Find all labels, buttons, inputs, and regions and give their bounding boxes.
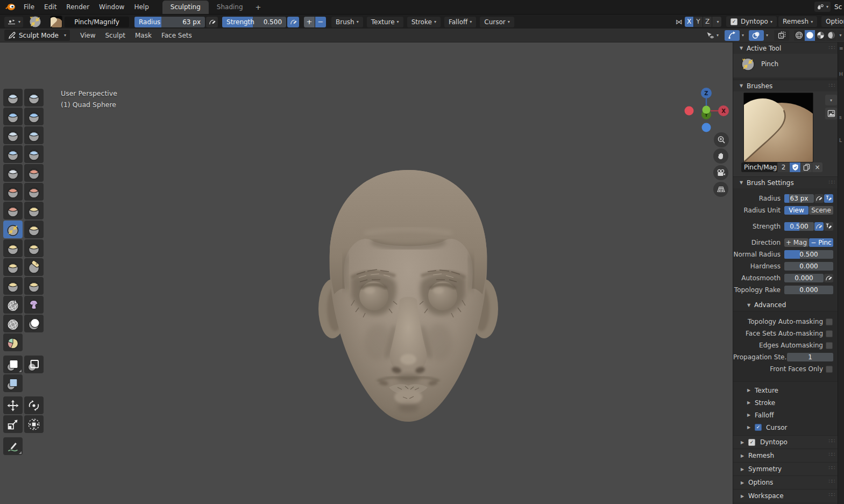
gizmo-x-neg-axis[interactable]	[685, 107, 694, 116]
direction-pinch-button[interactable]: − Pinc	[809, 238, 833, 247]
brush-select-dropdown[interactable]: ▾	[825, 95, 837, 105]
stroke-dropdown[interactable]: Stroke▾	[407, 17, 441, 27]
tool-mask[interactable]	[24, 315, 44, 332]
camera-view-button[interactable]	[713, 165, 728, 180]
menu-render[interactable]: Render	[61, 1, 94, 13]
viewport-menu-face-sets[interactable]: Face Sets	[157, 30, 197, 41]
brush-name-input[interactable]: Pinch/Mag...	[741, 162, 777, 172]
3d-viewport[interactable]: User Perspective (1) Quad Sphere	[0, 42, 733, 504]
tool-smooth[interactable]	[24, 164, 44, 182]
viewport-menu-mask[interactable]: Mask	[130, 30, 157, 41]
tool-scale[interactable]	[3, 415, 23, 433]
subpanel-cursor[interactable]: ▶✓Cursor	[733, 421, 838, 434]
zoom-view-button[interactable]	[714, 132, 729, 147]
dyntopo-checkbox[interactable]: ✓	[748, 439, 755, 446]
active-tool-panel-header[interactable]: ▼ Active Tool ∷∷	[733, 42, 838, 54]
menu-help[interactable]: Help	[129, 1, 153, 13]
panel-grip[interactable]: ∷∷	[828, 451, 834, 457]
unlink-brush-button[interactable]: ×	[812, 162, 822, 172]
tool-inflate[interactable]	[3, 145, 23, 163]
workspace-tab-sculpting[interactable]: Sculpting	[162, 1, 209, 14]
brush-dropdown[interactable]: Brush▾	[331, 17, 363, 27]
face-sets-auto-masking-checkbox[interactable]	[826, 330, 833, 337]
subpanel-texture[interactable]: ▶Texture	[733, 384, 838, 396]
tool-nudge[interactable]	[3, 277, 23, 295]
fake-user-button[interactable]	[790, 162, 800, 172]
mirror-z-button[interactable]: Z	[703, 17, 712, 27]
material-shading-button[interactable]	[815, 30, 826, 41]
tool-box-hide[interactable]	[24, 356, 44, 373]
pan-view-button[interactable]	[713, 148, 728, 164]
tool-transform[interactable]	[24, 415, 44, 433]
tool-clay-strips[interactable]	[24, 108, 44, 125]
strength-slider[interactable]: 0.500	[784, 222, 814, 231]
tool-cloth[interactable]	[24, 296, 44, 314]
workspace-tab-shading[interactable]: Shading	[209, 1, 251, 14]
menu-edit[interactable]: Edit	[39, 1, 61, 13]
object-visibility-dropdown[interactable]: ▾	[704, 30, 720, 41]
direction-subtract-button[interactable]: −	[315, 17, 326, 27]
gizmo-z-neg-axis[interactable]	[702, 123, 711, 132]
panel-remesh[interactable]: ▶Remesh∷∷	[733, 449, 838, 462]
cursor-dropdown[interactable]: Cursor▾	[480, 17, 514, 27]
add-workspace-button[interactable]: +	[251, 1, 266, 13]
shading-dropdown[interactable]: ▾	[837, 30, 844, 41]
menu-window[interactable]: Window	[94, 1, 129, 13]
navigation-gizmo[interactable]: Z X Y	[679, 83, 733, 137]
xray-toggle[interactable]	[774, 30, 789, 41]
tool-clay[interactable]	[3, 108, 23, 125]
strength-slider[interactable]: Strength 0.500	[222, 17, 286, 27]
scene-dropdown[interactable]: ▾	[814, 2, 831, 12]
perspective-toggle-button[interactable]	[713, 182, 728, 197]
scene-selector[interactable]: ▾ Sc	[814, 2, 842, 12]
tool-draw-sharp[interactable]	[24, 89, 44, 107]
panel-grip[interactable]: ∷∷	[828, 492, 834, 498]
tool-box-face-set[interactable]	[3, 374, 23, 392]
brush-thumbnail[interactable]	[50, 16, 62, 28]
sculpted-head-model[interactable]	[314, 165, 503, 426]
remesh-dropdown[interactable]: Remesh ▾	[778, 16, 817, 27]
direction-magnify-button[interactable]: + Mag	[784, 238, 808, 247]
radius-pressure-button[interactable]	[206, 17, 218, 27]
brushes-panel-header[interactable]: ▼ Brushes ∷∷	[733, 80, 838, 91]
tool-crease[interactable]	[3, 164, 23, 182]
tool-clay-thumb[interactable]	[3, 126, 23, 144]
tool-grab[interactable]	[24, 221, 44, 238]
radius-slider[interactable]: 63 px	[784, 194, 814, 203]
panel-options[interactable]: ▶Options∷∷	[733, 475, 838, 489]
options-dropdown[interactable]: Options ▾	[821, 16, 844, 27]
tool-multi-plane-scrape[interactable]	[24, 202, 44, 219]
hardness-slider[interactable]: 0.000	[784, 262, 833, 271]
brush-preview[interactable]	[743, 93, 813, 162]
propagation-steps-field[interactable]: 1	[787, 353, 833, 361]
unified-strength-button[interactable]	[824, 222, 833, 231]
tool-annotate[interactable]	[3, 437, 23, 455]
topology-rake-slider[interactable]: 0.000	[784, 286, 833, 294]
duplicate-brush-button[interactable]	[801, 162, 812, 172]
direction-add-button[interactable]: +	[304, 17, 315, 27]
menu-file[interactable]: File	[19, 1, 39, 13]
brush-name-field[interactable]: Pinch/Magnify	[65, 17, 129, 27]
panel-workspace[interactable]: ▶Workspace∷∷	[733, 489, 838, 502]
falloff-dropdown[interactable]: Falloff▾	[444, 17, 476, 27]
editor-type-dropdown[interactable]: ▾	[4, 17, 23, 27]
autosmooth-slider[interactable]: 0.000	[784, 274, 824, 282]
gizmos-toggle[interactable]	[725, 30, 740, 41]
viewport-menu-view[interactable]: View	[75, 30, 100, 41]
mirror-y-button[interactable]: Y	[694, 17, 703, 27]
tool-snake-hook[interactable]	[24, 239, 44, 257]
normal-radius-slider[interactable]: 0.500	[784, 250, 833, 259]
cursor-checkbox[interactable]: ✓	[755, 424, 762, 431]
panel-grip[interactable]: ∷∷	[828, 82, 834, 88]
unified-radius-button[interactable]	[824, 194, 833, 203]
radius-pressure-button[interactable]	[814, 194, 824, 203]
subpanel-stroke[interactable]: ▶Stroke	[733, 396, 838, 409]
panel-grip[interactable]: ∷∷	[828, 465, 834, 471]
dyntopo-checkbox[interactable]: ✓	[730, 18, 737, 25]
topology-auto-masking-checkbox[interactable]	[826, 318, 833, 325]
tool-slide-relax[interactable]	[3, 296, 23, 314]
panel-grip[interactable]: ∷∷	[828, 179, 834, 185]
panel-symmetry[interactable]: ▶Symmetry∷∷	[733, 462, 838, 475]
tool-rotate[interactable]	[24, 277, 44, 295]
chevron-down-icon[interactable]: ▾	[742, 33, 744, 38]
